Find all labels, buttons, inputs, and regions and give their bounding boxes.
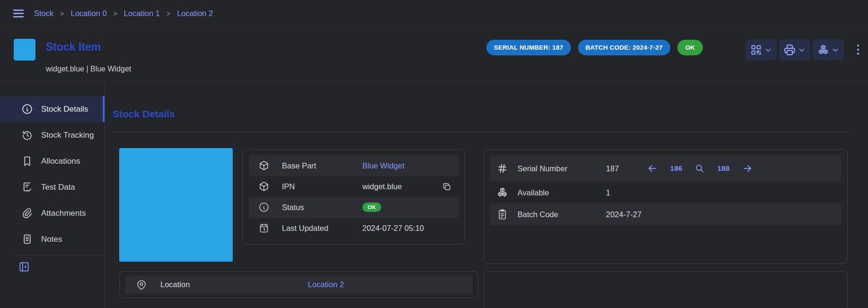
chevron-down-icon <box>798 46 806 54</box>
detail-row-last-updated: Last Updated 2024-07-27 05:10 <box>249 218 458 238</box>
serial-number-label: Serial Number <box>517 164 606 173</box>
content-heading: Stock Details <box>113 108 175 120</box>
next-serial-link[interactable]: 188 <box>717 164 729 173</box>
available-label: Available <box>517 188 606 197</box>
location-link[interactable]: Location 2 <box>308 280 344 289</box>
map-pin-icon <box>136 279 147 290</box>
breadcrumb-location-2[interactable]: Location 2 <box>177 9 213 18</box>
arrow-right-icon <box>742 163 753 174</box>
bookmark-icon <box>21 155 33 167</box>
hash-icon <box>496 162 509 175</box>
detail-label: IPN <box>282 182 362 191</box>
breadcrumb-separator: > <box>167 10 170 18</box>
calendar-icon <box>258 222 270 234</box>
breadcrumb-separator: > <box>114 10 117 18</box>
history-icon <box>21 129 33 141</box>
chevron-down-icon <box>831 46 840 54</box>
hamburger-icon <box>11 7 26 21</box>
previous-serial-link[interactable]: 186 <box>670 164 683 173</box>
sidebar-item-stock-details[interactable]: Stock Details <box>0 96 105 122</box>
clipboard-icon <box>496 208 509 220</box>
detail-row-status: Status OK <box>249 197 458 218</box>
breadcrumb-location-0[interactable]: Location 0 <box>70 9 106 18</box>
header-action-buttons <box>745 39 864 61</box>
sidebar-item-stock-tracking[interactable]: Stock Tracking <box>0 122 105 148</box>
previous-serial-button[interactable] <box>647 163 658 174</box>
page-title: Stock Item <box>46 41 101 53</box>
serial-number-row: Serial Number 187 186 188 <box>490 155 841 182</box>
copy-icon <box>442 182 452 192</box>
status-ok-badge: OK <box>677 40 703 55</box>
ipn-value: widget.blue <box>362 182 402 191</box>
batch-code-row: Batch Code 2024-7-27 <box>490 203 841 225</box>
detail-label: Base Part <box>282 161 362 170</box>
stock-table: Serial Number 187 186 188 <box>483 149 848 264</box>
stock-item-image[interactable] <box>119 148 233 262</box>
status-badges: SERIAL NUMBER: 187 BATCH CODE: 2024-7-27… <box>486 40 703 55</box>
info-circle-icon <box>21 103 33 115</box>
location-panel: Location Location 2 <box>119 271 479 298</box>
sidebar-item-label: Stock Tracking <box>41 131 94 140</box>
sidebar: Stock Details Stock Tracking Allocations… <box>0 81 105 308</box>
qrcode-icon <box>750 44 763 56</box>
batch-code-badge: BATCH CODE: 2024-7-27 <box>578 40 670 55</box>
note-icon <box>21 233 33 245</box>
dots-vertical-icon <box>852 43 864 57</box>
detail-row-ipn: IPN widget.blue <box>249 176 458 197</box>
breadcrumb: Stock > Location 0 > Location 1 > Locati… <box>34 9 213 18</box>
stock-item-thumbnail[interactable] <box>14 39 35 61</box>
sidebar-item-notes[interactable]: Notes <box>0 226 105 252</box>
sidebar-item-allocations[interactable]: Allocations <box>0 148 105 174</box>
base-part-link[interactable]: Blue Widget <box>362 161 404 170</box>
status-ok-pill: OK <box>362 202 381 212</box>
location-row: Location Location 2 <box>125 276 473 293</box>
top-navigation-bar: Stock > Location 0 > Location 1 > Locati… <box>0 0 868 27</box>
breadcrumb-location-1[interactable]: Location 1 <box>124 9 160 18</box>
menu-button[interactable] <box>11 7 26 21</box>
copy-button[interactable] <box>442 182 452 192</box>
empty-panel <box>483 271 848 308</box>
details-table: Base Part Blue Widget IPN widget.blue St… <box>242 149 465 245</box>
sidebar-item-label: Notes <box>41 235 62 244</box>
test-report-icon <box>21 181 33 193</box>
box-icon <box>258 160 270 171</box>
barcode-actions-button[interactable] <box>745 39 777 61</box>
sidebar-item-test-data[interactable]: Test Data <box>0 174 105 200</box>
info-circle-icon <box>258 202 270 213</box>
box-icon <box>258 181 270 192</box>
breadcrumb-separator: > <box>60 10 64 18</box>
sidebar-item-label: Allocations <box>41 157 80 166</box>
stock-cubes-icon <box>496 186 509 199</box>
content-divider <box>113 132 850 132</box>
batch-code-label: Batch Code <box>517 210 606 219</box>
page-subtitle: widget.blue | Blue Widget <box>46 65 131 73</box>
sidebar-item-label: Stock Details <box>41 105 88 114</box>
available-value: 1 <box>606 188 610 197</box>
stock-actions-button[interactable] <box>813 39 844 61</box>
location-label: Location <box>160 280 308 289</box>
sidebar-collapse-icon <box>18 261 30 273</box>
next-serial-button[interactable] <box>742 163 753 174</box>
find-serial-button[interactable] <box>694 163 705 174</box>
search-icon <box>694 163 705 174</box>
breadcrumb-stock[interactable]: Stock <box>34 9 53 18</box>
detail-label: Last Updated <box>282 224 362 233</box>
sidebar-item-label: Test Data <box>41 183 75 192</box>
serial-navigation: 186 188 <box>647 163 754 174</box>
batch-code-value: 2024-7-27 <box>606 210 641 219</box>
available-row: Available 1 <box>490 182 841 203</box>
sidebar-item-attachments[interactable]: Attachments <box>0 200 105 226</box>
collapse-sidebar-button[interactable] <box>18 261 30 273</box>
chevron-down-icon <box>764 46 772 54</box>
sidebar-item-label: Attachments <box>41 209 86 218</box>
serial-number-badge: SERIAL NUMBER: 187 <box>486 40 571 55</box>
header-divider <box>0 80 868 81</box>
stock-cubes-icon <box>817 44 830 56</box>
paperclip-icon <box>21 207 33 219</box>
print-actions-button[interactable] <box>779 39 810 61</box>
detail-label: Status <box>282 203 362 212</box>
more-options-button[interactable] <box>852 43 864 57</box>
arrow-left-icon <box>647 163 658 174</box>
sidebar-divider <box>13 255 105 255</box>
serial-number-value: 187 <box>606 164 619 173</box>
